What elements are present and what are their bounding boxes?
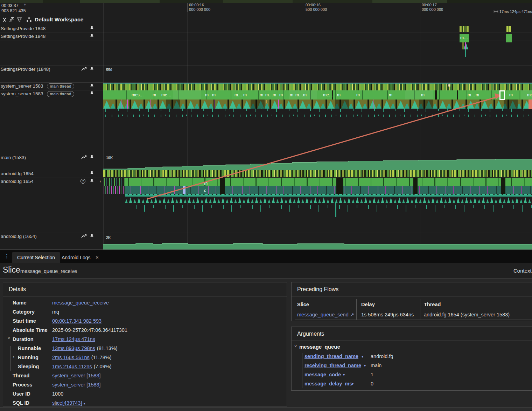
preceding-flows-title: Preceding Flows [292, 282, 532, 296]
track-label: main (1583) [1, 155, 26, 160]
kebab-menu-icon[interactable]: ⋮ [98, 179, 103, 184]
detail-row: Runnable13ms 893µs 798ns(81.13%) [3, 344, 287, 353]
duration-link[interactable]: 17ms 124µs 471ns [52, 336, 95, 342]
slice-label: m [509, 93, 513, 97]
android-fg-counter-track[interactable] [103, 234, 532, 250]
selected-slice[interactable] [499, 90, 505, 100]
flow-delay-link[interactable]: 1s 508ms 249µs 634ns [361, 312, 414, 317]
chevron-right-icon[interactable]: › [13, 355, 14, 359]
track-label: system_server 1583 [1, 83, 43, 89]
preceding-flows-panel: Preceding Flows Slice Delay Thread messa… [291, 282, 532, 321]
unpin-all-icon[interactable] [9, 17, 15, 22]
detail-row: Start time00:00:17.341 982 593 [3, 317, 287, 326]
counter-scale-2k: 2K [106, 235, 111, 240]
slice-label: m [279, 93, 283, 97]
pin-icon[interactable] [90, 34, 94, 39]
selection-name: message_queue_receive [20, 268, 77, 274]
collapse-all-icon[interactable] [2, 17, 7, 22]
pin-icon[interactable] [90, 234, 94, 239]
sql-id-link[interactable]: slice[439743] [52, 400, 82, 406]
show-graph-icon[interactable] [81, 155, 87, 160]
runnable-link[interactable]: 13ms 893µs 798ns [52, 345, 95, 351]
name-link[interactable]: message_queue_receive [52, 300, 109, 306]
chevron-down-icon[interactable]: ˅ [8, 336, 10, 341]
track-row-settingsprovide-1[interactable]: SettingsProvide 1848 [0, 25, 103, 33]
trace-minimap[interactable] [0, 0, 532, 3]
tab-current-selection[interactable]: Current Selection [12, 252, 60, 263]
flow-row: message_queue_send ↗ [297, 312, 354, 317]
slice-label: me… [323, 93, 333, 97]
thread-link[interactable]: system_server [1583] [52, 373, 101, 378]
track-row-system-server-slices[interactable]: system_server 1583 main thread [0, 90, 103, 98]
close-icon[interactable]: ✕ [96, 255, 99, 260]
arg-key-link[interactable]: receiving_thread_name [304, 363, 361, 368]
pin-icon[interactable] [90, 155, 94, 160]
pin-icon[interactable] [90, 179, 94, 184]
ruler-tick: 00:00:16500 000 000 [304, 3, 327, 12]
track-row-android-fg-slices[interactable]: android.fg 1654 ? ⋮ [0, 178, 103, 186]
track-row-system-server-sched[interactable]: system_server 1583 main thread [0, 83, 103, 90]
chevron-down-icon[interactable]: ˅ [294, 344, 297, 349]
detail-row: ›Running2ms 16µs 561ns(11.78%) [3, 353, 287, 362]
filter-icon[interactable] [17, 17, 22, 22]
help-icon[interactable]: ? [80, 179, 85, 184]
external-link-icon[interactable]: ↗ [350, 312, 354, 317]
system-server-thread-state-track[interactable] [103, 83, 532, 90]
track-label: android.fg (1654) [1, 234, 37, 239]
running-link[interactable]: 2ms 16µs 561ns [52, 355, 90, 360]
settingsprovider-sched-slices[interactable] [460, 26, 469, 32]
workspace-toolbar: Default Workspace [0, 15, 83, 24]
track-row-android-fg-sched[interactable]: android.fg 1654 [0, 170, 103, 178]
pin-icon[interactable] [90, 26, 94, 31]
flow-slice-link[interactable]: message_queue_send [297, 312, 349, 317]
process-link[interactable]: system_server [1583] [52, 382, 101, 388]
context-button[interactable]: Context [513, 268, 532, 274]
start-time-link[interactable]: 00:00:17.341 982 593 [52, 318, 102, 324]
main-counter-track[interactable] [103, 154, 532, 170]
arg-row: message_delay_ms▾0 [292, 379, 532, 389]
settingsprovider-sched-slice[interactable] [506, 26, 511, 32]
slice-label: m [243, 93, 247, 97]
arg-key-link[interactable]: message_delay_ms [304, 381, 352, 386]
duration-ruler: 17ms 124µs 471ns [493, 9, 532, 14]
pin-icon[interactable] [90, 171, 94, 176]
selection-kind: Slice [3, 265, 20, 275]
dropdown-caret-icon[interactable]: ▾ [352, 382, 354, 386]
dropdown-caret-icon[interactable]: ▾ [362, 355, 363, 358]
workspace-icon[interactable] [26, 17, 32, 22]
slice-label: m [290, 93, 293, 97]
show-graph-icon[interactable] [81, 234, 87, 239]
detail-row: Namemessage_queue_receive [3, 299, 287, 308]
settingsprovider-slice[interactable] [506, 34, 512, 42]
track-row-settingsprovider-counter[interactable]: SettingsProvider (1848) [0, 66, 103, 82]
selection-header: Slice message_queue_receive Context [0, 263, 532, 279]
arg-key-link[interactable]: message_code [304, 372, 341, 377]
tab-android-logs[interactable]: Android Logs ✕ [62, 252, 99, 263]
counter-scale-10k: 10K [106, 156, 113, 160]
slice-label: m [337, 93, 341, 97]
track-row-android-fg-counter[interactable]: android.fg (1654) [0, 233, 103, 250]
slice-label: R [448, 83, 451, 88]
track-row-settingsprovide-2[interactable]: SettingsProvide 1848 [0, 33, 103, 41]
settingsprovider-flame[interactable] [462, 42, 470, 49]
slice-label: m… [265, 93, 273, 97]
pin-icon[interactable] [90, 83, 94, 89]
tab-menu-icon[interactable]: ⋮ [4, 253, 9, 259]
dropdown-caret-icon[interactable]: ▾ [343, 373, 345, 377]
pin-icon[interactable] [90, 67, 94, 72]
arg-key-link[interactable]: sending_thread_name [304, 354, 358, 359]
detail-row: Categorymq [3, 308, 287, 317]
pin-icon[interactable] [90, 91, 94, 96]
sleeping-link[interactable]: 1ms 214µs 112ns [52, 364, 92, 369]
show-graph-icon[interactable] [81, 67, 87, 71]
detail-row: Sleeping1ms 214µs 112ns(7.09%) [3, 362, 287, 371]
arg-group-row[interactable]: ˅ message_queue [292, 343, 532, 352]
dropdown-caret-icon[interactable]: ▾ [83, 402, 85, 405]
slice-label: m… [234, 93, 242, 97]
slice-label: m… [468, 93, 475, 97]
track-row-main-counter[interactable]: main (1583) [0, 154, 103, 170]
slice-label: mes… [132, 93, 144, 97]
dropdown-caret-icon[interactable]: ▾ [364, 364, 366, 368]
workspace-name[interactable]: Default Workspace [35, 16, 83, 23]
slice-label: m [389, 93, 392, 97]
